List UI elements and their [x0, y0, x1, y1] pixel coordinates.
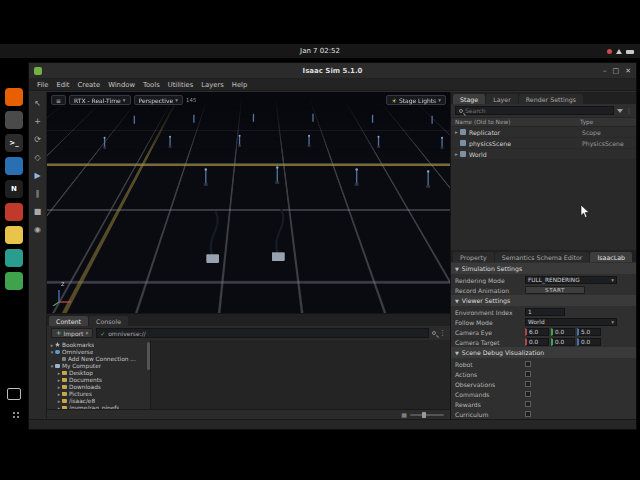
dock-item-app-blue[interactable]: [5, 157, 23, 175]
menu-bar: File Edit Create Window Tools Utilities …: [29, 79, 636, 91]
workspace-button[interactable]: [7, 388, 21, 400]
tab-render-settings[interactable]: Render Settings: [519, 94, 583, 104]
dock-item-firefox[interactable]: [5, 88, 23, 106]
select-tool-button[interactable]: ↖: [34, 100, 41, 108]
stage-row-world[interactable]: ▸ World: [451, 149, 636, 160]
camera-target-y-field[interactable]: 0.0: [551, 338, 575, 346]
import-button[interactable]: + Import ▾: [51, 328, 93, 338]
stage-row-physicsscene[interactable]: physicsScene PhysicsScene: [451, 138, 636, 149]
tab-isaaclab[interactable]: IsaacLab: [590, 252, 632, 262]
stage-search-box[interactable]: [455, 106, 614, 115]
rotate-tool-button[interactable]: ⟳: [34, 136, 41, 144]
column-type[interactable]: Type: [580, 119, 632, 125]
window-titlebar[interactable]: Isaac Sim 5.1.0 – □ ✕: [29, 63, 636, 79]
observations-checkbox[interactable]: [525, 381, 531, 387]
dock-item-app-yellow[interactable]: [5, 226, 23, 244]
tab-layer[interactable]: Layer: [486, 94, 518, 104]
start-record-button[interactable]: START: [525, 286, 585, 294]
section-simulation-settings[interactable]: ▼ Simulation Settings: [451, 263, 636, 274]
viewport-3d[interactable]: ≡ RTX - Real-Time ▾ Perspective ▾ 145 ☀: [47, 92, 450, 314]
section-viewer-settings[interactable]: ▼ Viewer Settings: [451, 295, 636, 306]
system-tray[interactable]: [607, 44, 634, 59]
move-tool-button[interactable]: +: [34, 118, 41, 126]
section-label: Scene Debug Visualization: [462, 349, 544, 356]
stage-search-input[interactable]: [465, 107, 610, 114]
scale-tool-button[interactable]: ◇: [34, 154, 40, 162]
tree-item-add-connection[interactable]: Add New Connection ...: [47, 355, 150, 362]
stop-button[interactable]: ■: [34, 208, 42, 216]
tree-item-desktop[interactable]: ▸Desktop: [47, 369, 150, 376]
dock-item-app-green[interactable]: [5, 272, 23, 290]
tab-console[interactable]: Console: [89, 316, 128, 326]
follow-mode-value: World: [528, 319, 545, 325]
content-grid[interactable]: [151, 340, 450, 409]
menu-layers[interactable]: Layers: [197, 81, 228, 89]
pause-button[interactable]: ∥: [36, 190, 40, 198]
menu-tools[interactable]: Tools: [139, 81, 164, 89]
play-button[interactable]: ▶: [34, 172, 40, 180]
show-apps-button[interactable]: [7, 406, 21, 420]
rendering-mode-row: Rendering Mode FULL_RENDERING ▾: [451, 275, 636, 285]
curriculum-checkbox[interactable]: [525, 411, 531, 417]
thumbnail-size-slider[interactable]: [410, 414, 444, 416]
commands-checkbox[interactable]: [525, 391, 531, 397]
filter-icon[interactable]: [617, 109, 623, 113]
tree-item-my-computer[interactable]: ▾My Computer: [47, 362, 150, 369]
stage-row-replicator[interactable]: ▸ Replicator Scope: [451, 127, 636, 138]
camera-selector[interactable]: Perspective ▾: [134, 95, 184, 105]
actions-checkbox[interactable]: [525, 371, 531, 377]
robot-checkbox[interactable]: [525, 361, 531, 367]
menu-edit[interactable]: Edit: [52, 81, 73, 89]
tree-scrollbar[interactable]: [147, 342, 150, 370]
snap-button[interactable]: ◉: [34, 226, 41, 234]
path-field[interactable]: ✓ omniverse://: [96, 328, 429, 338]
menu-file[interactable]: File: [33, 81, 52, 89]
menu-help[interactable]: Help: [228, 81, 252, 89]
tab-content[interactable]: Content: [49, 316, 88, 326]
tab-property[interactable]: Property: [453, 252, 494, 262]
dock-item-app-teal[interactable]: [5, 249, 23, 267]
tree-item-path-2[interactable]: ▸/nvme/rag_pipefs: [47, 404, 150, 409]
section-scene-debug-visualization[interactable]: ▼ Scene Debug Visualization: [451, 347, 636, 358]
caret-icon[interactable]: ▸: [453, 129, 460, 135]
minimize-button[interactable]: –: [603, 67, 607, 75]
search-icon[interactable]: [432, 331, 436, 335]
camera-eye-z-field[interactable]: 5.0: [577, 328, 601, 336]
dock-item-terminal[interactable]: >_: [5, 134, 23, 152]
camera-eye-y-field[interactable]: 0.0: [551, 328, 575, 336]
tab-stage[interactable]: Stage: [453, 94, 485, 104]
options-icon[interactable]: ⋮: [626, 108, 632, 114]
dock-item-app-red[interactable]: [5, 203, 23, 221]
stage-empty-area[interactable]: [451, 160, 636, 250]
dock-item-files[interactable]: [5, 111, 23, 129]
camera-eye-x-field[interactable]: 6.0: [525, 328, 549, 336]
rewards-checkbox[interactable]: [525, 401, 531, 407]
tree-item-path-1[interactable]: ▸/isaac/e8: [47, 397, 150, 404]
slider-thumb[interactable]: [422, 412, 426, 418]
stage-lights-selector[interactable]: ☀ Stage Lights ▾: [386, 95, 446, 105]
dock-item-notion[interactable]: N: [5, 180, 23, 198]
follow-mode-select[interactable]: World ▾: [525, 318, 617, 326]
tree-item-documents[interactable]: ▸Documents: [47, 376, 150, 383]
tree-item-downloads[interactable]: ▸Downloads: [47, 383, 150, 390]
tree-item-pictures[interactable]: ▸Pictures: [47, 390, 150, 397]
menu-create[interactable]: Create: [74, 81, 105, 89]
tree-item-label: Desktop: [69, 370, 93, 376]
environment-index-field[interactable]: 1: [525, 308, 565, 316]
renderer-selector[interactable]: RTX - Real-Time ▾: [69, 95, 131, 105]
menu-window[interactable]: Window: [104, 81, 139, 89]
camera-target-z-field[interactable]: 0.0: [577, 338, 601, 346]
caret-icon[interactable]: ▸: [453, 151, 460, 157]
maximize-button[interactable]: □: [613, 67, 620, 75]
tab-semantics-schema-editor[interactable]: Semantics Schema Editor: [495, 252, 590, 262]
tree-item-omniverse[interactable]: ▾Omniverse: [47, 348, 150, 355]
camera-target-x-field[interactable]: 0.0: [525, 338, 549, 346]
close-button[interactable]: ✕: [625, 67, 631, 75]
options-icon[interactable]: ⋮: [439, 330, 446, 337]
column-name[interactable]: Name (Old to New): [455, 119, 580, 125]
tree-item-bookmarks[interactable]: ▸Bookmarks: [47, 341, 150, 348]
viewport-menu-button[interactable]: ≡: [51, 95, 66, 105]
rendering-mode-select[interactable]: FULL_RENDERING ▾: [525, 276, 617, 284]
menu-utilities[interactable]: Utilities: [164, 81, 198, 89]
clock[interactable]: Jan 7 02:52: [300, 47, 340, 55]
